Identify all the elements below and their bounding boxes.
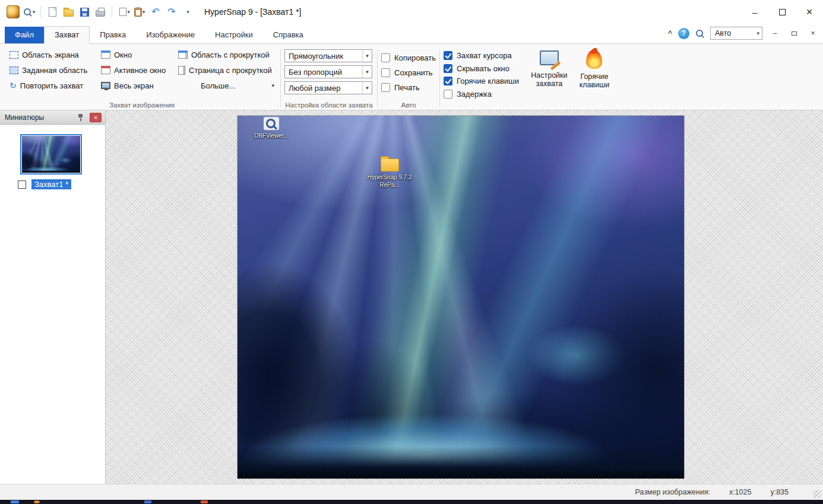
status-bar: Размер изображения: x:1025 y:835: [0, 484, 823, 500]
hotkeys-button[interactable]: Горячие клавиши: [575, 50, 614, 100]
thumbnail-checkbox[interactable]: [18, 180, 26, 189]
mdi-close-button[interactable]: ×: [806, 28, 819, 39]
btn-fixed-area[interactable]: Заданная область: [7, 62, 99, 78]
capture-column-3: Область с прокруткой Страница с прокрутк…: [176, 47, 277, 100]
group-label: Настройка области захвата: [281, 102, 377, 109]
checkbox-copy[interactable]: Копировать: [381, 50, 436, 65]
tab-help[interactable]: Справка: [263, 27, 314, 43]
monitor-icon: [101, 82, 110, 89]
btn-more[interactable]: Больше...▾: [176, 78, 277, 93]
checkbox[interactable]: [444, 51, 452, 60]
tab-file[interactable]: Файл: [5, 27, 44, 43]
caret-down-icon: ▾: [756, 30, 759, 36]
btn-label: Страница с прокруткой: [189, 66, 272, 75]
thumbnail-item[interactable]: [20, 134, 82, 175]
folder-icon: [381, 159, 399, 172]
checkbox[interactable]: [381, 68, 390, 77]
save-button[interactable]: [77, 4, 91, 20]
redo-button[interactable]: ↷: [164, 4, 179, 20]
new-document-button[interactable]: [45, 4, 59, 20]
help-icon[interactable]: ?: [678, 28, 689, 39]
checkbox-print[interactable]: Печать: [381, 80, 436, 95]
tab-edit[interactable]: Правка: [90, 27, 136, 43]
shape-select[interactable]: Прямоугольник▾: [284, 49, 372, 62]
mdi-restore-button[interactable]: [787, 28, 800, 39]
captured-image[interactable]: DBFViewer... HyperSnap 9.7.2 RePa...: [238, 116, 684, 478]
btn-scroll-area[interactable]: Область с прокруткой: [176, 47, 277, 62]
pin-icon[interactable]: [77, 113, 85, 122]
btn-label: Активное окно: [114, 66, 166, 75]
taskbar-icon: [144, 500, 151, 503]
checkbox[interactable]: [444, 77, 452, 85]
undo-button[interactable]: ↶: [148, 4, 163, 20]
checkbox[interactable]: [444, 90, 452, 99]
resize-grip[interactable]: [813, 490, 821, 498]
collapse-ribbon-button[interactable]: ^: [668, 29, 672, 37]
image-size-y: y:835: [770, 488, 789, 496]
mdi-minimize-button[interactable]: –: [768, 28, 781, 39]
checkbox-label: Задержка: [457, 90, 492, 99]
proportions-select[interactable]: Без пропорций▾: [284, 65, 372, 78]
checkbox-hide-window[interactable]: Скрывать окно: [444, 62, 519, 75]
group-capture-options: Захват курсора Скрывать окно Горячие кла…: [440, 46, 618, 110]
btn-active-window[interactable]: Активное окно: [99, 62, 176, 78]
redo-icon: ↷: [167, 7, 175, 17]
screen-area-icon: [10, 51, 18, 59]
image-size-label: Размер изображения:: [635, 488, 710, 496]
caret-down-icon: ▾: [143, 9, 145, 15]
search-icon[interactable]: [695, 29, 704, 38]
btn-label: Окно: [114, 50, 132, 59]
select-value: Любой размер: [289, 84, 341, 93]
tab-image[interactable]: Изображение: [136, 27, 205, 43]
ribbon: Область экрана Заданная область ↻Повтори…: [0, 43, 823, 110]
ribbon-right-controls: ^ ? Авто ▾ – ×: [668, 27, 823, 43]
desktop-icon-label: HyperSnap 9.7.2 RePa...: [363, 173, 416, 189]
minimize-button[interactable]: –: [741, 0, 768, 24]
checkbox-delay[interactable]: Задержка: [444, 88, 519, 101]
tab-capture[interactable]: Захват: [44, 26, 90, 44]
title-bar: ▾ ▾ ▾ ↶ ↷ ▾ HyperSnap 9 - [Захват1 *] – …: [0, 0, 823, 24]
group-label: Авто: [378, 102, 439, 109]
customize-toolbar-button[interactable]: ▾: [181, 4, 195, 20]
tab-settings[interactable]: Настройки: [205, 27, 263, 43]
checkbox-label: Захват курсора: [457, 51, 512, 60]
print-button[interactable]: [93, 4, 107, 20]
btn-repeat-capture[interactable]: ↻Повторить захват: [7, 78, 99, 93]
window-controls: – ×: [741, 0, 823, 24]
checkbox-label: Печать: [394, 83, 420, 92]
capture-settings-button[interactable]: Настройки захвата: [530, 50, 569, 100]
zoom-mode-combobox[interactable]: Авто ▾: [710, 27, 762, 40]
maximize-button[interactable]: [768, 0, 796, 24]
taskbar-icon: [201, 500, 208, 503]
open-button[interactable]: [61, 4, 75, 20]
app-logo-button[interactable]: [6, 4, 20, 20]
select-value: Прямоугольник: [289, 52, 343, 61]
size-select[interactable]: Любой размер▾: [284, 81, 372, 94]
caret-down-icon: ▾: [362, 66, 372, 78]
copy-button[interactable]: ▾: [116, 4, 131, 20]
btn-full-screen[interactable]: Весь экран: [99, 78, 176, 93]
paste-button[interactable]: ▾: [132, 4, 147, 20]
checkbox-save[interactable]: Сохранить: [381, 65, 436, 80]
restore-icon: [792, 31, 797, 36]
checkbox[interactable]: [444, 64, 452, 73]
options-checkboxes: Захват курсора Скрывать окно Горячие кла…: [444, 47, 519, 100]
desktop-icon-dbfviewer: DBFViewer...: [247, 117, 296, 140]
caret-down-icon: ▾: [127, 9, 130, 15]
thumbnail-label[interactable]: Захват1 *: [31, 179, 71, 189]
checkbox-capture-cursor[interactable]: Захват курсора: [444, 49, 519, 62]
taskbar-icon: [34, 500, 40, 503]
panel-title: Миниатюры: [5, 113, 44, 122]
close-button[interactable]: ×: [796, 0, 823, 24]
zoom-tool-button[interactable]: ▾: [22, 4, 36, 20]
btn-scroll-page[interactable]: Страница с прокруткой: [176, 62, 277, 78]
btn-window[interactable]: Окно: [99, 47, 176, 62]
quick-access-toolbar: ▾ ▾ ▾ ↶ ↷ ▾: [6, 4, 195, 20]
document-workspace: DBFViewer... HyperSnap 9.7.2 RePa...: [106, 110, 823, 484]
panel-close-button[interactable]: ×: [90, 113, 102, 122]
zoom-mode-value: Авто: [715, 29, 731, 37]
checkbox[interactable]: [381, 53, 390, 62]
btn-screen-area[interactable]: Область экрана: [7, 47, 99, 62]
checkbox[interactable]: [381, 83, 390, 92]
checkbox-hotkeys[interactable]: Горячие клавиши: [444, 75, 519, 88]
